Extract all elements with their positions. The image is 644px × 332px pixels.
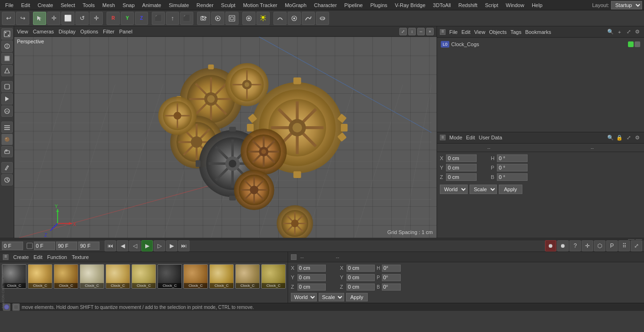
material-thumb-2[interactable]: Clock_C: [28, 264, 52, 289]
scale-dropdown[interactable]: Scale: [319, 293, 344, 301]
material-thumb-6[interactable]: Clock_C: [132, 264, 156, 289]
light-btn[interactable]: [256, 12, 270, 25]
material-thumb-3[interactable]: Clock_C: [54, 264, 78, 289]
cb-size-input[interactable]: [347, 283, 375, 291]
sidebar-point-mode[interactable]: [1, 28, 13, 40]
menu-animate[interactable]: Animate: [139, 1, 165, 9]
status-icon-2[interactable]: [12, 303, 20, 311]
x-position-input[interactable]: [446, 154, 477, 162]
material-thumb-10[interactable]: Clock_C: [235, 264, 260, 289]
rotate-tool[interactable]: ↺: [75, 12, 89, 25]
menu-redshift[interactable]: Redshift: [455, 1, 480, 9]
material-thumb-9[interactable]: Clock_C: [209, 264, 234, 289]
next-keyframe-btn[interactable]: ▷: [154, 240, 165, 251]
sidebar-paint[interactable]: [1, 162, 13, 173]
attr-menu-edit[interactable]: Edit: [466, 135, 475, 140]
transform-tool[interactable]: ✛: [90, 12, 103, 25]
layout-dropdown[interactable]: Startup: [611, 1, 642, 9]
vp-menu-panel[interactable]: Panel: [119, 29, 132, 34]
y-axis[interactable]: Y: [121, 12, 134, 25]
cz-input[interactable]: [297, 283, 326, 291]
objects-add-icon[interactable]: +: [616, 28, 623, 36]
ruler-expand-btn[interactable]: ⤢: [628, 239, 635, 240]
search-icon[interactable]: 🔍: [607, 28, 614, 36]
material-thumb-8[interactable]: Clock_C: [183, 264, 208, 289]
vp-menu-display[interactable]: Display: [58, 29, 75, 34]
mat-menu-texture[interactable]: Texture: [72, 254, 89, 260]
menu-motion-tracker[interactable]: Motion Tracker: [239, 1, 281, 9]
menu-simulate[interactable]: Simulate: [165, 1, 192, 9]
viewport-split-v[interactable]: ↔: [417, 28, 425, 35]
menu-help[interactable]: Help: [528, 1, 546, 9]
sidebar-object-mode[interactable]: [1, 81, 13, 92]
menu-character[interactable]: Character: [311, 1, 340, 9]
sidebar-sculpt[interactable]: [1, 105, 13, 117]
objects-menu-file[interactable]: File: [449, 29, 458, 35]
menu-tools[interactable]: Tools: [79, 1, 98, 9]
menu-snap[interactable]: Snap: [119, 1, 138, 9]
viewport-close[interactable]: ×: [426, 28, 434, 35]
range-start-input[interactable]: [34, 242, 55, 250]
menu-pipeline[interactable]: Pipeline: [341, 1, 366, 9]
viewport-expand[interactable]: ⤢: [399, 28, 407, 35]
polygon-tool[interactable]: ⬛: [152, 12, 165, 25]
x-axis[interactable]: R: [107, 12, 120, 25]
apply-button[interactable]: Apply: [499, 185, 522, 194]
menu-window[interactable]: Window: [503, 1, 528, 9]
vp-menu-filter[interactable]: Filter: [103, 29, 114, 34]
attr-expand-icon[interactable]: ⤢: [625, 134, 632, 141]
objects-menu-tags[interactable]: Tags: [511, 29, 521, 35]
select-tool[interactable]: [33, 12, 46, 25]
attr-menu-userdata[interactable]: User Data: [479, 135, 503, 140]
scale-select[interactable]: Scale: [470, 185, 497, 194]
auto-key-btn[interactable]: ⏺: [557, 240, 569, 251]
mat-menu-edit[interactable]: Edit: [33, 254, 42, 260]
camera-btn[interactable]: [197, 12, 210, 25]
spline-btn[interactable]: [302, 12, 315, 25]
sidebar-render[interactable]: [1, 93, 13, 105]
material-thumb-5[interactable]: Clock_C: [106, 264, 130, 289]
edge-tool[interactable]: ↑: [166, 12, 179, 25]
render-btn[interactable]: [211, 12, 224, 25]
b-val-input[interactable]: [382, 283, 401, 291]
effector-btn2[interactable]: P: [606, 240, 618, 251]
material-thumb-4[interactable]: Clock_C: [80, 264, 104, 289]
menu-mograph[interactable]: MoGraph: [281, 1, 310, 9]
z-axis[interactable]: Z: [135, 12, 148, 25]
cy-input[interactable]: [297, 274, 326, 281]
range-end-input2[interactable]: [78, 242, 99, 250]
p-val-input[interactable]: [382, 274, 401, 281]
objects-menu-view[interactable]: View: [474, 29, 486, 35]
sidebar-scene[interactable]: [1, 121, 13, 133]
sidebar-poly-mode[interactable]: [1, 53, 13, 64]
move-tool[interactable]: ✛: [47, 12, 60, 25]
motion-clip-btn[interactable]: ✛: [582, 240, 593, 251]
material-thumb-11[interactable]: Clock_C: [261, 264, 286, 289]
sidebar-texture-mode[interactable]: [1, 65, 13, 76]
menu-edit[interactable]: Edit: [18, 1, 33, 9]
sidebar-materials[interactable]: [1, 134, 13, 145]
world-dropdown[interactable]: World: [291, 293, 317, 301]
vp-menu-view[interactable]: View: [17, 29, 28, 34]
objects-menu-bookmarks[interactable]: Bookmarks: [525, 29, 551, 35]
h-rotation-input[interactable]: [497, 154, 528, 162]
objects-menu-edit[interactable]: Edit: [462, 29, 471, 35]
ruler-settings-btn[interactable]: ⚙: [636, 239, 642, 240]
apply-coords-button[interactable]: Apply: [346, 293, 368, 301]
play-btn[interactable]: ▶: [141, 240, 153, 251]
material-thumb-1[interactable]: Clock_C: [2, 264, 26, 289]
prev-keyframe-btn[interactable]: ◁: [129, 240, 140, 251]
objects-expand-icon[interactable]: ⤢: [625, 28, 632, 36]
surface-btn[interactable]: [316, 12, 329, 25]
record-btn[interactable]: ⏺: [545, 240, 556, 251]
menu-select[interactable]: Select: [58, 1, 79, 9]
y-position-input[interactable]: [446, 164, 477, 171]
vp-menu-cameras[interactable]: Cameras: [33, 29, 54, 34]
h-val-input[interactable]: [382, 265, 401, 272]
vp-menu-options[interactable]: Options: [80, 29, 98, 34]
effector-btn[interactable]: [288, 12, 301, 25]
scale-tool[interactable]: ⬜: [61, 12, 74, 25]
b-rotation-input[interactable]: [497, 173, 528, 181]
redo-button[interactable]: ↪: [16, 12, 29, 25]
sidebar-plugins[interactable]: [1, 146, 13, 157]
